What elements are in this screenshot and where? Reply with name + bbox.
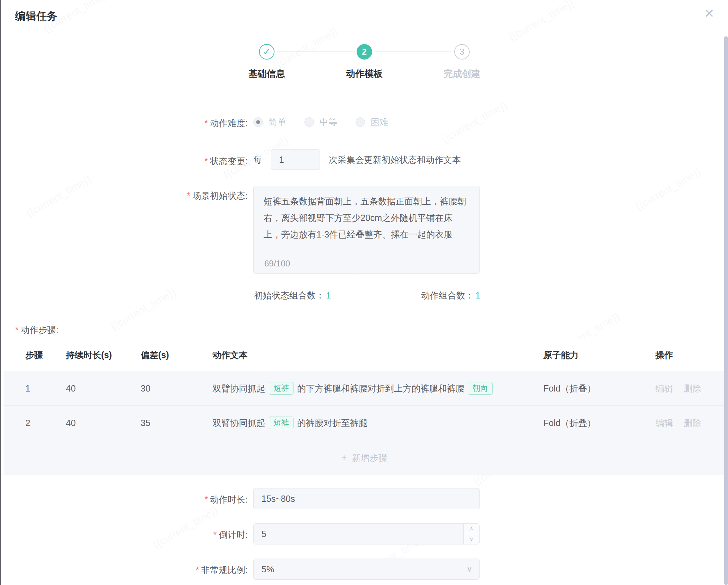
action-text-segment: 双臂协同抓起 [212,383,265,393]
action-duration-input[interactable]: 15s~80s [253,488,480,509]
action-text-segment: 的下方裤腿和裤腰对折到上方的裤腿和裤腰 [297,383,464,393]
duration-cell: 40 [66,383,76,393]
combo-label: 动作组合数： [421,290,474,300]
required-asterisk: * [204,494,208,504]
select-value: 5% [261,564,274,574]
step-number: 2 [362,47,366,57]
chevron-down-icon: ∨ [467,565,472,574]
radio-easy[interactable]: 简单 [253,116,286,128]
step-3-label: 完成创建 [416,68,508,80]
input-value: 1 [279,155,284,165]
radio-dot-icon [256,120,260,124]
action-steps-label: *动作步骤: [15,324,58,336]
step-2-label: 动作模板 [319,68,410,80]
combo-counts: 初始状态组合数：1 动作组合数：1 [254,290,480,301]
radio-medium[interactable]: 中等 [304,116,337,128]
radio-circle-icon [304,117,314,127]
add-step-label: 新增步骤 [352,452,387,464]
label-text: 动作时长: [210,494,248,504]
action-tag: 短裤 [269,417,294,429]
dialog-header: 编辑任务 × [1,0,728,33]
column-header: 动作文本 [212,349,540,361]
row-actions: 编辑删除 [655,382,701,394]
close-icon[interactable]: × [704,5,714,21]
label-text: 状态变更: [210,156,248,166]
number-stepper: ∧ ∨ [463,524,479,544]
required-asterisk: * [213,530,217,540]
watermark-text: {{current_time}} [151,504,220,551]
radio-label: 困难 [371,116,388,128]
table-row: 14030双臂协同抓起短裤的下方裤腿和裤腰对折到上方的裤腿和裤腰朝向Fold（折… [4,371,725,406]
label-text: 倒计时: [219,530,248,540]
ability-cell: Fold（折叠） [543,417,596,429]
label-text: 场景初始状态: [192,191,248,201]
combo-value: 1 [326,290,331,300]
decrease-button[interactable]: ∨ [464,534,479,544]
radio-hard[interactable]: 困难 [356,116,388,128]
action-text-segment: 的裤腰对折至裤腿 [297,418,368,428]
label-text: 动作难度: [210,118,248,128]
state-change-row: 每 1 次采集会更新初始状态和动作文本 [253,149,461,170]
action-duration-label: *动作时长: [1,493,248,505]
column-header: 操作 [655,349,673,361]
ability-cell: Fold（折叠） [543,382,596,394]
steps-table: 步骤 持续时长(s) 偏差(s) 动作文本 原子能力 操作 14030双臂协同抓… [4,339,725,475]
required-asterisk: * [196,565,199,575]
label-text: 非常规比例: [201,565,248,575]
column-header: 步骤 [25,349,43,361]
state-change-input[interactable]: 1 [271,149,320,170]
chevron-up-icon: ∧ [470,525,474,532]
check-icon: ✓ [263,47,271,57]
watermark-text: {{current_time}} [440,99,509,146]
required-asterisk: * [204,118,208,128]
table-row: 24035双臂协同抓起短裤的裤腰对折至裤腿Fold（折叠）编辑删除 [4,406,725,440]
label-text: 动作步骤: [21,325,58,335]
countdown-label: *倒计时: [1,529,248,541]
combo-value: 1 [475,290,480,300]
radio-circle-icon [356,117,365,127]
increase-button[interactable]: ∧ [464,524,479,534]
column-header: 原子能力 [543,349,579,361]
column-header: 持续时长(s) [66,349,112,361]
delete-link[interactable]: 删除 [684,382,701,394]
page-title: 编辑任务 [15,9,57,24]
action-tag: 朝向 [468,382,493,395]
column-header: 偏差(s) [141,349,169,361]
difficulty-label: *动作难度: [1,117,248,129]
unusual-ratio-select[interactable]: 5% ∨ [253,559,480,580]
action-tag: 短裤 [269,382,294,395]
required-asterisk: * [15,325,19,335]
input-value: 15s~80s [261,494,295,504]
action-text-cell: 双臂协同抓起短裤的裤腰对折至裤腿 [212,417,540,429]
edit-task-dialog: {{current_time}}{{current_time}}{{curren… [0,0,728,585]
initial-combo-count: 初始状态组合数：1 [254,290,331,301]
step-1-label: 基础信息 [221,68,313,80]
edit-link[interactable]: 编辑 [655,382,673,394]
state-change-suffix: 次采集会更新初始状态和动作文本 [329,154,461,166]
radio-label: 简单 [269,116,286,128]
radio-label: 中等 [320,116,337,128]
initial-state-textarea[interactable]: 短裤五条数据背面朝上，五条数据正面朝上，裤腰朝右，离头部视野下方至少20cm之外… [253,186,480,274]
scrollbar-thumb[interactable] [724,36,728,585]
watermark-text: {{current_time}} [634,166,703,213]
initial-state-label: *场景初始状态: [1,190,248,202]
stepper-connector [374,51,452,52]
step-number-cell: 1 [25,383,30,393]
char-counter: 69/100 [264,259,290,269]
input-value: 5 [261,529,266,539]
step-number: 3 [459,47,464,57]
combo-label: 初始状态组合数： [254,290,325,300]
duration-cell: 40 [66,418,76,428]
offset-cell: 30 [141,383,150,393]
offset-cell: 35 [141,418,150,428]
required-asterisk: * [204,156,208,166]
edit-link[interactable]: 编辑 [655,417,673,429]
row-actions: 编辑删除 [655,417,701,429]
delete-link[interactable]: 删除 [684,417,701,429]
countdown-input[interactable]: 5 ∧ ∨ [253,523,480,544]
add-step-button[interactable]: + 新增步骤 [4,440,725,475]
action-combo-count: 动作组合数：1 [421,290,480,301]
step-number-cell: 2 [25,418,30,428]
table-header-row: 步骤 持续时长(s) 偏差(s) 动作文本 原子能力 操作 [4,339,725,371]
required-asterisk: * [187,191,190,201]
